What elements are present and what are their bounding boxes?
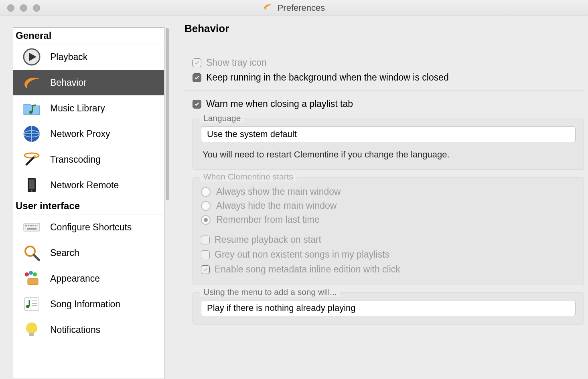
window-title: Preferences xyxy=(278,3,325,13)
song-info-icon xyxy=(21,294,42,314)
startup-group: When Clementine starts Always show the m… xyxy=(193,177,584,285)
radio-button xyxy=(201,201,211,211)
resume-playback-label: Resume playback on start xyxy=(215,234,321,245)
svg-point-10 xyxy=(31,190,32,192)
sidebar-item-configure-shortcuts[interactable]: Configure Shortcuts xyxy=(13,214,164,240)
resume-playback-checkbox-row: Resume playback on start xyxy=(201,232,576,247)
behavior-panel: Behavior Show tray icon Keep running in … xyxy=(172,16,588,379)
sidebar-item-label: Behavior xyxy=(50,77,87,88)
language-hint: You will need to restart Clementine if y… xyxy=(201,142,576,161)
show-tray-icon-label: Show tray icon xyxy=(206,57,267,68)
svg-point-29 xyxy=(26,323,37,334)
svg-rect-23 xyxy=(28,278,38,285)
svg-point-21 xyxy=(29,271,33,275)
folder-music-icon xyxy=(21,98,42,119)
show-tray-icon-checkbox-row: Show tray icon xyxy=(185,55,584,70)
clementine-icon xyxy=(21,72,42,93)
minimize-window-button[interactable] xyxy=(20,4,27,12)
svg-rect-12 xyxy=(25,225,27,226)
svg-point-20 xyxy=(25,272,29,276)
show-tray-icon-checkbox xyxy=(193,58,201,67)
grey-out-checkbox xyxy=(201,250,210,259)
add-song-select-value: Play if there is nothing already playing xyxy=(207,303,356,313)
radio-label: Remember from last time xyxy=(216,214,320,225)
add-song-group: Using the menu to add a song will... Pla… xyxy=(193,292,584,325)
inline-edit-checkbox-row: Enable song metadata inline edition with… xyxy=(201,262,576,277)
sidebar-item-label: Network Remote xyxy=(50,180,119,191)
wand-icon xyxy=(21,149,42,170)
search-icon xyxy=(21,242,42,263)
sidebar-item-label: Search xyxy=(50,248,79,258)
sidebar-item-behavior[interactable]: Behavior xyxy=(13,70,164,95)
sidebar-item-label: Song Information xyxy=(50,299,120,310)
sidebar-item-transcoding[interactable]: Transcoding xyxy=(13,147,164,172)
sidebar-item-network-remote[interactable]: Network Remote xyxy=(13,172,164,198)
globe-icon xyxy=(21,123,42,144)
svg-rect-14 xyxy=(30,225,32,226)
sidebar-item-label: Playback xyxy=(50,52,87,62)
language-group: Language Use the system default You will… xyxy=(193,119,584,170)
sidebar-scrollbar[interactable] xyxy=(164,27,170,379)
keyboard-icon xyxy=(21,217,42,238)
svg-rect-15 xyxy=(32,225,34,226)
sidebar-item-music-library[interactable]: Music Library xyxy=(13,95,164,121)
keep-running-checkbox-row[interactable]: Keep running in the background when the … xyxy=(185,70,584,85)
svg-point-5 xyxy=(24,153,39,158)
language-select[interactable]: Use the system default xyxy=(201,126,576,142)
svg-rect-17 xyxy=(27,228,36,230)
sidebar-item-playback[interactable]: Playback xyxy=(13,44,164,70)
radio-label: Always show the main window xyxy=(216,186,341,197)
appearance-icon xyxy=(21,268,42,289)
grey-out-checkbox-row: Grey out non existent songs in my playli… xyxy=(201,247,576,262)
svg-rect-9 xyxy=(29,179,34,189)
warn-close-playlist-label: Warn me when closing a playlist tab xyxy=(206,99,353,109)
phone-icon xyxy=(21,175,42,196)
language-legend: Language xyxy=(200,113,244,123)
preferences-sidebar: General Playback Behavior Music Library xyxy=(13,27,164,379)
startup-option-remember: Remember from last time xyxy=(201,213,576,227)
grey-out-label: Grey out non existent songs in my playli… xyxy=(215,249,389,260)
add-song-legend: Using the menu to add a song will... xyxy=(200,287,340,297)
startup-legend: When Clementine starts xyxy=(200,172,296,181)
resume-playback-checkbox xyxy=(201,236,210,244)
sidebar-item-search[interactable]: Search xyxy=(13,240,164,266)
window-controls xyxy=(0,4,40,12)
sidebar-item-label: Notifications xyxy=(50,325,100,335)
svg-line-19 xyxy=(34,255,39,260)
sidebar-item-appearance[interactable]: Appearance xyxy=(13,266,164,291)
svg-rect-11 xyxy=(24,223,40,231)
add-song-select[interactable]: Play if there is nothing already playing xyxy=(201,300,576,316)
warn-close-playlist-checkbox-row[interactable]: Warn me when closing a playlist tab xyxy=(185,97,584,111)
play-icon xyxy=(21,46,42,67)
radio-button xyxy=(201,187,211,197)
sidebar-item-label: Music Library xyxy=(50,103,105,114)
sidebar-item-notifications[interactable]: Notifications xyxy=(13,317,164,343)
svg-rect-30 xyxy=(29,333,34,336)
titlebar: Preferences xyxy=(0,0,588,16)
startup-option-always-hide: Always hide the main window xyxy=(201,199,576,213)
sidebar-item-label: Appearance xyxy=(50,273,100,284)
startup-option-always-show: Always show the main window xyxy=(201,185,576,199)
svg-point-22 xyxy=(33,272,37,276)
sidebar-section-general: General xyxy=(13,28,164,44)
svg-rect-24 xyxy=(24,298,39,310)
keep-running-checkbox[interactable] xyxy=(193,73,201,82)
clementine-icon xyxy=(263,2,274,14)
radio-label: Always hide the main window xyxy=(216,200,337,211)
sidebar-item-label: Configure Shortcuts xyxy=(50,222,132,233)
close-window-button[interactable] xyxy=(7,4,14,12)
svg-rect-13 xyxy=(28,225,29,226)
page-title: Behavior xyxy=(185,22,584,39)
sidebar-item-label: Transcoding xyxy=(50,154,101,165)
svg-rect-16 xyxy=(35,225,36,226)
inline-edit-label: Enable song metadata inline edition with… xyxy=(215,264,400,275)
warn-close-playlist-checkbox[interactable] xyxy=(193,100,201,109)
sidebar-item-song-information[interactable]: Song Information xyxy=(13,291,164,317)
zoom-window-button[interactable] xyxy=(33,4,40,12)
inline-edit-checkbox xyxy=(201,265,210,274)
svg-point-7 xyxy=(34,155,36,157)
keep-running-label: Keep running in the background when the … xyxy=(206,72,449,83)
sidebar-section-user-interface: User interface xyxy=(13,198,164,214)
language-select-value: Use the system default xyxy=(207,129,297,139)
sidebar-item-network-proxy[interactable]: Network Proxy xyxy=(13,121,164,147)
